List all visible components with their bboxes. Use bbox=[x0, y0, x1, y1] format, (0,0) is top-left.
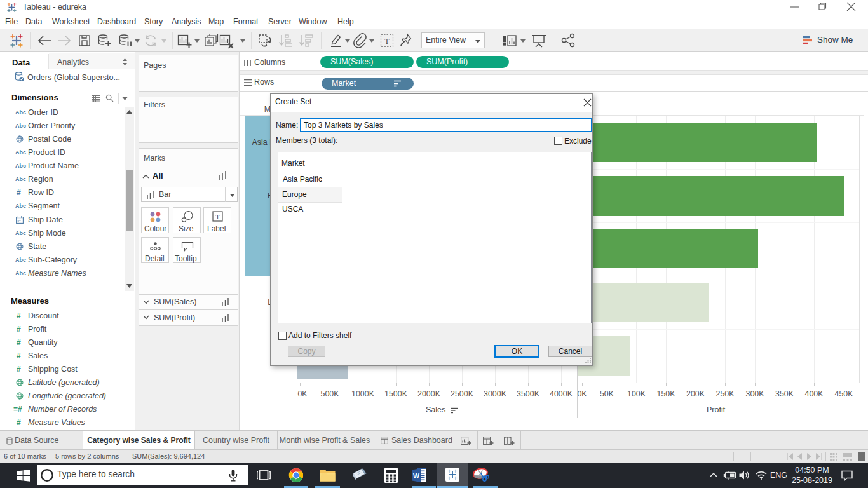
svg-text:W: W bbox=[413, 472, 419, 480]
svg-text:T: T bbox=[384, 37, 390, 46]
svg-text:T: T bbox=[215, 214, 220, 220]
